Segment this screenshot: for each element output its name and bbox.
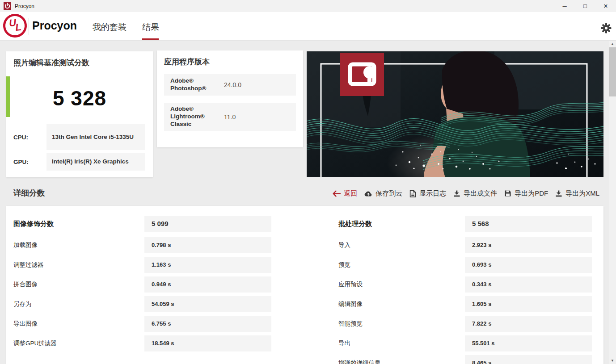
photo-editing-badge bbox=[340, 53, 384, 96]
export-pdf-label: 导出为PDF bbox=[515, 189, 548, 198]
back-arrow-icon bbox=[332, 190, 341, 197]
show-log-button[interactable]: 显示日志 bbox=[409, 189, 446, 198]
save-floppy-icon bbox=[504, 190, 511, 197]
metric-value: 18.549 s bbox=[144, 335, 271, 351]
titlebar: Procyon ─ □ × bbox=[0, 0, 616, 12]
tab-my-suites[interactable]: 我的套装 bbox=[93, 21, 127, 33]
export-file-download-icon bbox=[453, 190, 460, 197]
metric-value: 7.822 s bbox=[465, 316, 592, 332]
batch-processing-score-label: 批处理分数 bbox=[338, 216, 372, 232]
metric-value: 1.605 s bbox=[465, 296, 592, 312]
window-title: Procyon bbox=[15, 3, 34, 9]
metric-label: 导出图像 bbox=[13, 316, 38, 332]
minimize-button[interactable]: ─ bbox=[554, 0, 575, 12]
nav-bar: U L Procyon 我的套装 结果 bbox=[0, 12, 616, 41]
metric-label: 加载图像 bbox=[13, 237, 38, 253]
detailed-scores-card: 图像修饰分数 5 099 加载图像 0.798 s 调整过滤器 1.163 s … bbox=[6, 206, 603, 364]
app-name: Adobe® Lightroom® Classic bbox=[164, 105, 223, 128]
metric-label: 导出 bbox=[338, 335, 350, 351]
app-versions-card: 应用程序版本 Adobe® Photoshop® 24.0.0 Adobe® L… bbox=[157, 50, 303, 147]
save-to-cloud-label: 保存到云 bbox=[376, 189, 402, 198]
gear-icon[interactable] bbox=[601, 23, 612, 33]
benchmark-score: 5 328 bbox=[6, 86, 153, 110]
metric-value: 55.501 s bbox=[465, 335, 592, 351]
metric-value: 1.163 s bbox=[144, 257, 271, 273]
close-button[interactable]: × bbox=[595, 0, 616, 12]
metric-label: 导入 bbox=[338, 237, 350, 253]
export-file-label: 导出成文件 bbox=[464, 189, 497, 198]
metric-value: 54.059 s bbox=[144, 296, 271, 312]
metric-label: 编辑图像 bbox=[338, 296, 363, 312]
image-retouching-score-value: 5 099 bbox=[144, 216, 271, 232]
brand-title: Procyon bbox=[32, 19, 77, 32]
cpu-label: CPU: bbox=[13, 124, 28, 150]
score-card-title: 照片编辑基准测试分数 bbox=[13, 58, 89, 68]
results-toolbar: 返回 保存到云 显示日志 导出成文件 bbox=[332, 188, 599, 199]
procyon-power-icon bbox=[4, 2, 11, 10]
metric-label: 另存为 bbox=[13, 296, 32, 312]
gpu-label: GPU: bbox=[13, 153, 29, 171]
export-pdf-button[interactable]: 导出为PDF bbox=[504, 189, 548, 198]
app-version-row: Adobe® Lightroom® Classic 11.0 bbox=[164, 103, 296, 131]
details-section-title: 详细分数 bbox=[13, 188, 45, 198]
save-to-cloud-button[interactable]: 保存到云 bbox=[364, 189, 402, 198]
maximize-button[interactable]: □ bbox=[575, 0, 595, 12]
app-version: 24.0.0 bbox=[223, 81, 241, 88]
metric-value: 2.923 s bbox=[465, 237, 592, 253]
hero-image bbox=[307, 51, 603, 177]
app-version: 11.0 bbox=[223, 113, 236, 121]
active-tab-underline bbox=[142, 38, 159, 40]
benchmark-score-card: 照片编辑基准测试分数 5 328 CPU: 13th Gen Intel Cor… bbox=[6, 51, 153, 177]
metric-label: 应用预设 bbox=[338, 276, 363, 293]
metric-value: 0.343 s bbox=[465, 276, 592, 293]
metric-label: 预览 bbox=[338, 257, 350, 273]
batch-processing-score-value: 5 568 bbox=[465, 216, 592, 232]
metric-value: 8.465 s bbox=[465, 355, 592, 364]
back-button[interactable]: 返回 bbox=[332, 189, 357, 198]
metric-label: 增强的详细信息 bbox=[338, 355, 381, 364]
cloud-upload-icon bbox=[364, 190, 372, 197]
procyon-window: Procyon ─ □ × U L Procyon 我的套装 结果 bbox=[0, 0, 616, 364]
cpu-value: 13th Gen Intel Core i5-1335U bbox=[46, 124, 145, 150]
tab-results[interactable]: 结果 bbox=[142, 21, 159, 33]
metric-value: 0.693 s bbox=[465, 257, 592, 273]
export-xml-label: 导出为XML bbox=[565, 189, 599, 198]
metric-label: 拼合图像 bbox=[13, 276, 38, 293]
export-file-button[interactable]: 导出成文件 bbox=[453, 189, 497, 198]
app-version-row: Adobe® Photoshop® 24.0.0 bbox=[164, 74, 296, 96]
nav-divider bbox=[29, 18, 29, 35]
gpu-value: Intel(R) Iris(R) Xe Graphics bbox=[46, 153, 145, 171]
vertical-scrollbar[interactable]: ▲ ▼ bbox=[609, 41, 616, 364]
metric-label: 调整GPU过滤器 bbox=[13, 335, 57, 351]
export-xml-download-icon bbox=[555, 190, 562, 197]
metric-value: 0.798 s bbox=[144, 237, 271, 253]
show-log-label: 显示日志 bbox=[419, 189, 446, 198]
ul-logo: U L bbox=[2, 13, 28, 38]
back-label: 返回 bbox=[344, 189, 357, 198]
metric-label: 智能预览 bbox=[338, 316, 363, 332]
log-document-icon bbox=[409, 190, 416, 197]
image-retouching-score-label: 图像修饰分数 bbox=[13, 216, 54, 232]
scroll-up-icon[interactable]: ▲ bbox=[609, 41, 616, 47]
version-card-title: 应用程序版本 bbox=[164, 57, 210, 67]
app-name: Adobe® Photoshop® bbox=[164, 77, 223, 92]
scroll-down-icon[interactable]: ▼ bbox=[609, 357, 616, 364]
metric-label: 调整过滤器 bbox=[13, 257, 44, 273]
metric-value: 0.949 s bbox=[144, 276, 271, 293]
scrollbar-thumb[interactable] bbox=[609, 47, 616, 96]
export-xml-button[interactable]: 导出为XML bbox=[555, 189, 599, 198]
ul-logo-l: L bbox=[15, 21, 22, 33]
metric-value: 6.755 s bbox=[144, 316, 271, 332]
